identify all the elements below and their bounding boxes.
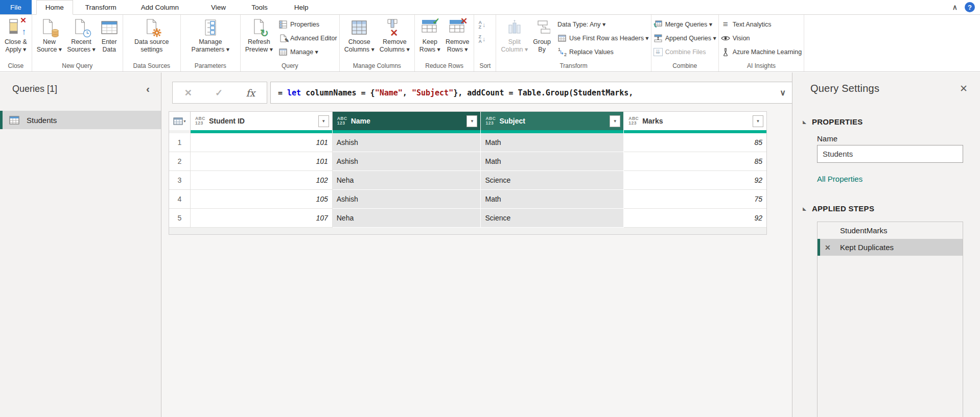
cell-marks[interactable]: 92: [624, 171, 766, 190]
properties-section-header[interactable]: ◢ PROPERTIES: [803, 117, 863, 126]
cell-subject[interactable]: Science: [481, 171, 624, 190]
table-row[interactable]: 5 107 Neha Science 92: [169, 209, 766, 228]
manage-button[interactable]: Manage ▾: [278, 45, 337, 59]
recent-sources-button[interactable]: Recent Sources ▾: [64, 16, 98, 55]
tab-file[interactable]: File: [0, 0, 32, 14]
sort-ascending-button[interactable]: AZ ↓: [478, 19, 485, 31]
filter-dropdown-icon[interactable]: ▼: [610, 115, 620, 127]
cell-name[interactable]: Ashish: [333, 152, 481, 171]
cell-name[interactable]: Neha: [333, 171, 481, 190]
properties-button[interactable]: Properties: [278, 17, 337, 31]
choose-columns-button[interactable]: Choose Columns ▾: [342, 16, 377, 55]
formula-expand-icon[interactable]: ∨: [780, 88, 786, 97]
applied-step-studentmarks[interactable]: StudentMarks: [818, 222, 963, 239]
replace-values-button[interactable]: 1 ↳ 2 Replace Values: [557, 45, 649, 59]
advanced-editor-button[interactable]: ✎ Advanced Editor: [278, 31, 337, 45]
new-source-button[interactable]: New Source ▾: [34, 16, 64, 55]
use-first-row-as-headers-button[interactable]: Use First Row as Headers ▾: [557, 31, 649, 45]
column-header-name[interactable]: ABC123 Name ▼: [333, 112, 481, 130]
manage-parameters-icon: [203, 18, 218, 37]
formula-fx-icon[interactable]: fx: [246, 87, 255, 99]
tab-help[interactable]: Help: [286, 0, 317, 14]
data-preview-grid: ▾ ABC123 Student ID ▼ ABC123 Name ▼ ABC1…: [169, 111, 767, 235]
all-properties-link[interactable]: All Properties: [817, 175, 862, 183]
cell-student-id[interactable]: 105: [191, 190, 333, 209]
group-label-parameters: Parameters: [183, 62, 238, 71]
cell-subject[interactable]: Math: [481, 190, 624, 209]
query-name-input[interactable]: [817, 145, 963, 163]
filter-dropdown-icon[interactable]: ▼: [753, 115, 763, 127]
cell-subject[interactable]: Math: [481, 152, 624, 171]
cell-name[interactable]: Ashish: [333, 133, 481, 152]
queries-panel-collapse-icon[interactable]: ‹: [146, 83, 150, 95]
text-analytics-button[interactable]: ≡ Text Analytics: [721, 17, 802, 31]
ribbon: ✕ ↑ Close & Apply ▾ Close New So: [0, 15, 980, 72]
keep-rows-button[interactable]: ✓ Keep Rows ▾: [417, 16, 443, 55]
formula-commit-icon[interactable]: ✓: [215, 87, 223, 99]
group-label-data-sources: Data Sources: [125, 62, 178, 71]
enter-data-button[interactable]: Enter Data: [98, 16, 121, 55]
formula-cancel-icon[interactable]: ✕: [184, 87, 192, 99]
close-apply-icon: ✕ ↑: [7, 18, 25, 37]
table-row[interactable]: 3 102 Neha Science 92: [169, 171, 766, 190]
formula-text[interactable]: = let columnNames = {"Name", "Subject"},…: [278, 88, 633, 97]
cell-marks[interactable]: 85: [624, 133, 766, 152]
cell-name[interactable]: Neha: [333, 209, 481, 228]
close-and-apply-button[interactable]: ✕ ↑ Close & Apply ▾: [2, 16, 30, 55]
table-row[interactable]: 1 101 Ashish Math 85: [169, 133, 766, 152]
formula-bar[interactable]: = let columnNames = {"Name", "Subject"},…: [270, 82, 792, 104]
manage-parameters-button[interactable]: Manage Parameters ▾: [183, 16, 238, 55]
cell-marks[interactable]: 92: [624, 209, 766, 228]
remove-columns-button[interactable]: ✕ Remove Columns ▾: [377, 16, 412, 55]
cell-student-id[interactable]: 102: [191, 171, 333, 190]
cell-name[interactable]: Ashish: [333, 190, 481, 209]
combine-files-icon: ⇊: [654, 48, 663, 56]
append-queries-button[interactable]: Append Queries ▾: [654, 31, 716, 45]
cell-subject[interactable]: Math: [481, 133, 624, 152]
select-all-corner-cell[interactable]: ▾: [169, 112, 191, 130]
help-icon[interactable]: ?: [965, 2, 975, 12]
azure-machine-learning-button[interactable]: Azure Machine Learning: [721, 45, 802, 59]
cell-marks[interactable]: 75: [624, 190, 766, 209]
query-list-item-students[interactable]: Students: [0, 111, 161, 129]
table-row[interactable]: 2 101 Ashish Math 85: [169, 152, 766, 171]
column-header-student-id[interactable]: ABC123 Student ID ▼: [191, 112, 333, 130]
tab-home[interactable]: Home: [36, 0, 73, 15]
row-number: 2: [169, 152, 191, 171]
first-row-headers-icon: [557, 34, 567, 42]
group-label-new-query: New Query: [34, 62, 121, 71]
cell-marks[interactable]: 85: [624, 152, 766, 171]
data-type-button[interactable]: Data Type: Any ▾: [557, 17, 649, 31]
ribbon-group-manage-columns: Choose Columns ▾ ✕ Remove Columns ▾ Mana…: [340, 15, 415, 71]
refresh-preview-button[interactable]: ↻ Refresh Preview ▾: [243, 16, 275, 55]
cell-subject[interactable]: Science: [481, 209, 624, 228]
filter-dropdown-icon[interactable]: ▼: [466, 115, 477, 127]
delete-step-icon[interactable]: ✕: [825, 243, 831, 252]
group-label-ai-insights: AI Insights: [721, 62, 802, 71]
tab-view[interactable]: View: [202, 0, 235, 14]
close-panel-icon[interactable]: ✕: [960, 83, 968, 94]
column-header-marks[interactable]: ABC123 Marks ▼: [624, 112, 766, 130]
group-by-button[interactable]: Group By: [530, 16, 553, 55]
merge-queries-button[interactable]: Merge Queries ▾: [654, 17, 716, 31]
remove-rows-button[interactable]: ✕ Remove Rows ▾: [443, 16, 472, 55]
split-column-button[interactable]: Split Column ▾: [498, 16, 530, 55]
applied-step-kept-duplicates[interactable]: ✕ Kept Duplicates: [818, 239, 963, 256]
tab-tools[interactable]: Tools: [243, 0, 276, 14]
filter-dropdown-icon[interactable]: ▼: [318, 115, 329, 127]
tab-add-column[interactable]: Add Column: [132, 0, 188, 14]
cell-student-id[interactable]: 107: [191, 209, 333, 228]
sort-descending-button[interactable]: ZA ↓: [478, 33, 485, 45]
row-number: 1: [169, 133, 191, 152]
collapse-caret-icon: ◢: [803, 119, 806, 125]
table-row[interactable]: 4 105 Ashish Math 75: [169, 190, 766, 209]
data-source-settings-button[interactable]: Data source settings: [125, 16, 178, 55]
combine-files-button[interactable]: ⇊ Combine Files: [654, 45, 716, 59]
cell-student-id[interactable]: 101: [191, 133, 333, 152]
ribbon-collapse-icon[interactable]: ∧: [952, 3, 958, 11]
column-header-subject[interactable]: ABC123 Subject ▼: [481, 112, 624, 130]
tab-transform[interactable]: Transform: [77, 0, 125, 14]
vision-button[interactable]: Vision: [721, 31, 802, 45]
applied-steps-section-header[interactable]: ◢ APPLIED STEPS: [803, 204, 874, 213]
cell-student-id[interactable]: 101: [191, 152, 333, 171]
